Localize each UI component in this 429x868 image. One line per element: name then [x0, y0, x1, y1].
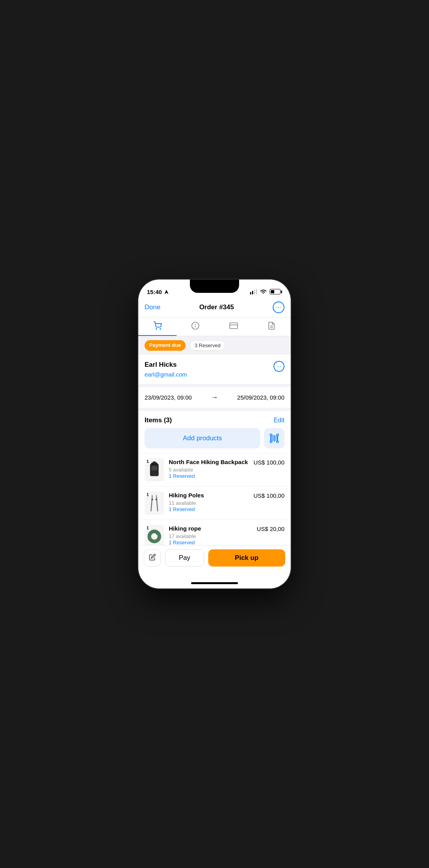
start-date: 23/09/2023, 09:00 [145, 394, 192, 401]
signal-icon [250, 289, 257, 294]
home-indicator [138, 577, 291, 588]
pay-button[interactable]: Pay [165, 549, 204, 567]
product-thumb-1: 1 [145, 491, 164, 515]
svg-rect-1 [250, 292, 251, 294]
product-price-0: US$ 100,00 [254, 459, 284, 466]
customer-more-button[interactable]: ··· [273, 361, 284, 372]
product-name-0: North Face Hiking Backpack [169, 458, 249, 466]
end-date: 25/09/2023, 09:00 [237, 394, 284, 401]
product-item-0: 1 North Face Hiking Backpack 5 available… [138, 453, 291, 486]
product-details-1: Hiking Poles 11 available 1 Reserved [169, 491, 249, 512]
svg-rect-15 [272, 435, 273, 441]
payment-due-badge: Payment due [145, 340, 186, 351]
items-header: Items (3) Edit [138, 411, 291, 428]
svg-point-34 [152, 534, 156, 538]
svg-rect-18 [277, 435, 278, 441]
svg-rect-3 [254, 290, 255, 294]
product-item-1: 1 Hiking Poles 11 availab [138, 486, 291, 520]
reserved-badge: 3 Reserved [189, 340, 225, 351]
product-reserved-0: 1 Reserved [169, 473, 249, 479]
svg-rect-20 [277, 434, 279, 436]
svg-point-6 [160, 328, 161, 329]
order-title: Order #345 [199, 303, 234, 311]
home-bar [191, 582, 238, 584]
status-icons [250, 289, 282, 294]
info-icon [191, 321, 200, 332]
svg-rect-24 [152, 466, 157, 470]
customer-name: Earl Hicks [145, 361, 187, 369]
product-thumb-0: 1 [145, 458, 164, 482]
edit-items-button[interactable]: Edit [273, 417, 284, 424]
product-thumb-2: 1 [145, 525, 164, 545]
svg-rect-14 [270, 435, 272, 441]
svg-marker-0 [164, 289, 168, 294]
customer-more-icon: ··· [277, 363, 281, 369]
svg-line-28 [156, 495, 157, 511]
product-details-0: North Face Hiking Backpack 5 available 1… [169, 458, 249, 479]
tab-cart[interactable] [138, 317, 177, 336]
product-reserved-2: 1 Reserved [169, 540, 252, 545]
customer-email[interactable]: earl@gmail.com [145, 371, 187, 378]
svg-rect-4 [256, 289, 257, 294]
customer-card: Earl Hicks earl@gmail.com ··· [138, 355, 291, 384]
action-bar: Pay Pick up [138, 545, 291, 577]
product-price-1: US$ 100,00 [254, 492, 284, 499]
pickup-button[interactable]: Pick up [208, 549, 285, 567]
more-button[interactable]: ··· [273, 301, 284, 313]
items-section: Items (3) Edit Add products [138, 411, 291, 545]
product-name-1: Hiking Poles [169, 491, 249, 499]
add-products-button[interactable]: Add products [145, 428, 260, 448]
wifi-icon [259, 289, 267, 294]
product-avail-2: 17 available [169, 533, 252, 539]
done-button[interactable]: Done [145, 303, 161, 311]
svg-rect-10 [230, 323, 238, 329]
notes-icon [267, 321, 276, 332]
product-name-2: Hiking rope [169, 525, 252, 533]
tab-notes[interactable] [253, 317, 291, 336]
svg-rect-21 [270, 441, 272, 443]
product-reserved-1: 1 Reserved [169, 506, 249, 512]
customer-info: Earl Hicks earl@gmail.com [145, 361, 187, 378]
pencil-edit-button[interactable] [144, 549, 161, 567]
status-time: 15:40 [147, 289, 168, 295]
tab-payment[interactable] [214, 317, 253, 336]
nav-bar: Done Order #345 ··· [138, 299, 291, 317]
svg-rect-22 [277, 441, 279, 443]
cart-icon [153, 321, 162, 332]
product-avail-1: 11 available [169, 500, 249, 506]
svg-rect-16 [274, 435, 275, 441]
svg-point-26 [152, 461, 156, 464]
svg-rect-2 [252, 291, 253, 294]
dates-row: 23/09/2023, 09:00 → 25/09/2023, 09:00 [138, 387, 291, 408]
more-icon: ··· [276, 304, 281, 311]
tab-bar [138, 317, 291, 336]
svg-rect-17 [275, 435, 276, 441]
product-item-2: 1 Hiking rope 17 available 1 Reserved [138, 520, 291, 545]
card-icon [229, 321, 238, 332]
add-products-row: Add products [138, 428, 291, 453]
svg-rect-30 [156, 499, 157, 500]
product-details-2: Hiking rope 17 available 1 Reserved [169, 525, 252, 545]
content-scroll: Earl Hicks earl@gmail.com ··· 23/09/2023… [138, 355, 291, 545]
barcode-scan-button[interactable] [264, 428, 284, 448]
tab-info[interactable] [177, 317, 215, 336]
product-avail-0: 5 available [169, 467, 249, 473]
barcode-icon [270, 434, 279, 443]
svg-rect-19 [270, 434, 272, 436]
product-price-2: US$ 20,00 [257, 525, 284, 532]
badges-row: Payment due 3 Reserved [138, 336, 291, 355]
pencil-icon [149, 554, 156, 562]
svg-rect-29 [151, 499, 153, 500]
svg-line-27 [151, 495, 152, 511]
battery-icon [270, 289, 282, 294]
svg-point-5 [156, 328, 157, 329]
items-title: Items (3) [145, 416, 172, 424]
date-arrow: → [211, 393, 218, 402]
